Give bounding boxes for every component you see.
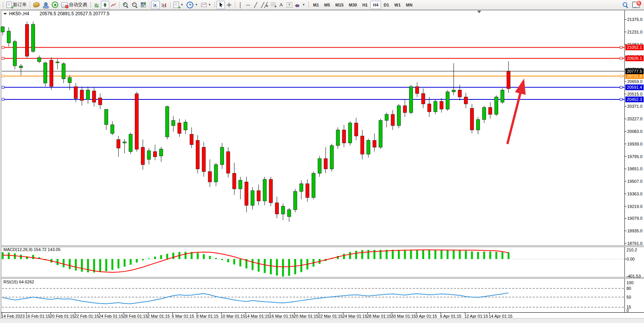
macd-axis-top: 210.2 <box>626 248 637 252</box>
candle-body <box>99 98 102 105</box>
candle-body <box>415 86 419 93</box>
crosshair-icon <box>226 2 232 8</box>
trend-arrow-head[interactable] <box>515 78 526 95</box>
line-handle[interactable] <box>620 46 622 48</box>
cursor-button[interactable] <box>217 1 225 9</box>
autotrading-label: 自动交易 <box>69 2 87 8</box>
candle-body <box>166 107 169 137</box>
trendline-tool[interactable]: ╱ <box>252 1 260 9</box>
cursor-icon <box>218 2 223 8</box>
macd-histogram-bar <box>87 259 89 272</box>
rsi-label: RSI(15) 64.6262 <box>3 280 34 284</box>
candlestick-icon <box>102 2 108 8</box>
market-button[interactable] <box>32 1 41 9</box>
zoom-out-icon: − <box>132 2 138 8</box>
macd-histogram-bar <box>233 259 235 264</box>
candle-body <box>50 60 53 86</box>
candle-body <box>123 142 126 143</box>
macd-histogram-bar <box>471 251 473 259</box>
timeframe-d1[interactable]: D1 <box>381 1 392 9</box>
arrows-tool[interactable]: ▼ <box>294 1 307 9</box>
toolbar-grip[interactable] <box>2 2 4 8</box>
candle-body <box>275 203 279 214</box>
horizontal-line-tool[interactable]: ─ <box>244 1 252 9</box>
macd-histogram-bar <box>410 250 412 259</box>
toolbar-grip[interactable] <box>308 2 309 8</box>
chart-menu-icon[interactable] <box>3 13 7 15</box>
line-handle[interactable] <box>2 46 4 48</box>
macd-histogram-bar <box>459 250 461 259</box>
line-handle[interactable] <box>2 57 4 59</box>
price-badge-text: 20452.3 <box>627 97 642 102</box>
macd-axis-bottom: -401.53 <box>626 274 641 278</box>
market-icon <box>33 2 40 8</box>
candle-body <box>105 109 108 125</box>
line-handle[interactable] <box>2 86 4 88</box>
candle-body <box>184 122 187 130</box>
templates-button[interactable]: ▼ <box>199 1 213 9</box>
candlestick-chart-button[interactable] <box>101 1 109 9</box>
line-handle[interactable] <box>620 98 622 101</box>
trend-arrow <box>507 93 520 144</box>
price-axis-label: 19939.0 <box>627 142 642 146</box>
candle-body <box>68 77 72 83</box>
line-handle[interactable] <box>2 75 4 77</box>
macd-histogram-bar <box>99 259 101 272</box>
date-label: 20 Feb 01:15 <box>50 314 75 318</box>
template-icon <box>201 2 207 8</box>
chart-shift-button[interactable] <box>160 1 169 9</box>
macd-histogram-bar <box>136 259 138 262</box>
text-tool[interactable]: A <box>277 1 285 9</box>
toolbar-grip[interactable] <box>214 2 215 8</box>
price-axis-label: 19651.0 <box>627 166 642 171</box>
macd-histogram-bar <box>81 259 83 272</box>
line-chart-button[interactable] <box>109 1 118 9</box>
timeframe-m5[interactable]: M5 <box>322 1 333 9</box>
candle-body <box>409 86 413 112</box>
auto-scroll-button[interactable] <box>151 1 160 9</box>
signals-button[interactable] <box>50 1 60 9</box>
new-order-button[interactable]: + 新订单 <box>5 1 28 9</box>
macd-histogram-bar <box>416 250 418 259</box>
autotrading-button[interactable]: 自动交易 <box>60 1 89 9</box>
candle-body <box>434 101 437 112</box>
zoom-out-button[interactable]: − <box>130 1 139 9</box>
indicators-button[interactable]: + ▼ <box>172 1 185 9</box>
search-icon[interactable] <box>622 2 628 8</box>
line-handle[interactable] <box>620 86 622 88</box>
candle-body <box>19 66 23 68</box>
timeframe-m1[interactable]: M1 <box>311 1 322 9</box>
candle-body <box>440 101 443 109</box>
timeframe-m15[interactable]: M15 <box>333 1 346 9</box>
timeframe-h1[interactable]: H1 <box>360 1 370 9</box>
zoom-in-button[interactable]: + <box>121 1 130 9</box>
macd-histogram-bar <box>252 259 253 270</box>
macd-histogram-bar <box>496 252 497 259</box>
macd-histogram-bar <box>203 254 205 259</box>
timeframe-mn[interactable]: MN <box>403 1 415 9</box>
vertical-line-tool[interactable]: │ <box>237 1 244 9</box>
tile-windows-button[interactable] <box>139 1 148 9</box>
macd-histogram-bar <box>197 253 199 259</box>
bar-chart-button[interactable] <box>92 1 101 9</box>
periods-button[interactable]: ▼ <box>185 1 199 9</box>
notifications-icon[interactable]: 1 <box>632 2 640 8</box>
timeframe-m30[interactable]: M30 <box>346 1 360 9</box>
timeframe-h4[interactable]: H4 <box>370 1 381 9</box>
line-handle[interactable] <box>2 98 4 101</box>
macd-histogram-bar <box>209 256 211 259</box>
rsi-axis-label: 50 <box>626 295 631 299</box>
fibonacci-tool[interactable]: F <box>269 1 277 9</box>
macd-label: MACD(12,26,9) 154.72 143.05 <box>3 247 61 252</box>
crosshair-button[interactable] <box>225 1 233 9</box>
channel-tool[interactable]: ╱╱E <box>260 1 269 9</box>
community-button[interactable] <box>41 1 50 9</box>
text-label-tool[interactable]: T <box>285 1 294 9</box>
toolbar-grip[interactable] <box>90 2 91 8</box>
window-bottom-strip <box>0 318 644 323</box>
macd-histogram-bar <box>282 259 284 277</box>
timeframe-w1[interactable]: W1 <box>392 1 403 9</box>
line-handle[interactable] <box>620 57 622 59</box>
line-handle[interactable] <box>620 75 622 77</box>
macd-histogram-bar <box>489 251 491 259</box>
